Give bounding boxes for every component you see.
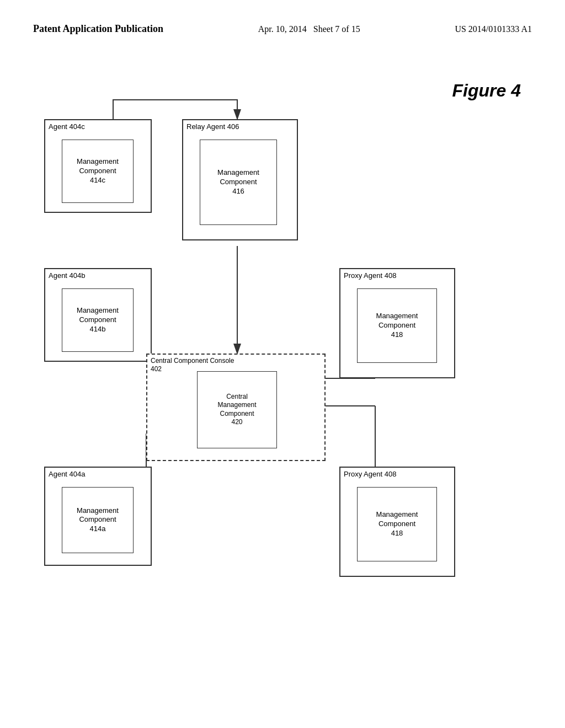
agent-404a-mgmt-label: ManagementComponent414a xyxy=(77,506,119,534)
proxy-agent-408-bottom-mgmt-label: ManagementComponent418 xyxy=(376,510,418,538)
header-center: Apr. 10, 2014 Sheet 7 of 15 xyxy=(258,22,360,36)
agent-404a-box: Agent 404a ManagementComponent414a xyxy=(44,467,152,566)
central-mgmt-label: CentralManagementComponent420 xyxy=(217,392,256,426)
agent-404b-inner-box: ManagementComponent414b xyxy=(62,288,134,352)
agent-404b-label: Agent 404b xyxy=(49,271,86,281)
proxy-agent-408-top-label: Proxy Agent 408 xyxy=(344,271,396,281)
relay-agent-406-label: Relay Agent 406 xyxy=(186,122,239,132)
agent-404b-mgmt-label: ManagementComponent414b xyxy=(77,306,119,334)
figure-label: Figure 4 xyxy=(452,81,521,101)
agent-404c-box: Agent 404c ManagementComponent414c xyxy=(44,119,152,213)
relay-agent-406-box: Relay Agent 406 ManagementComponent416 xyxy=(182,119,298,240)
agent-404a-label: Agent 404a xyxy=(49,470,86,479)
publication-title: Patent Application Publication xyxy=(33,22,163,36)
agent-404a-inner-box: ManagementComponent414a xyxy=(62,487,134,553)
proxy-agent-408-top-mgmt-label: ManagementComponent418 xyxy=(376,312,418,340)
central-mgmt-inner-box: CentralManagementComponent420 xyxy=(197,371,277,448)
patent-number: US 2014/0101333 A1 xyxy=(455,22,532,36)
relay-agent-406-inner-box: ManagementComponent416 xyxy=(200,140,277,225)
proxy-agent-408-bottom-inner-box: ManagementComponent418 xyxy=(357,487,437,561)
relay-agent-406-mgmt-label: ManagementComponent416 xyxy=(217,168,259,196)
proxy-agent-408-bottom-box: Proxy Agent 408 ManagementComponent418 xyxy=(339,467,455,577)
proxy-agent-408-top-inner-box: ManagementComponent418 xyxy=(357,288,437,363)
proxy-agent-408-top-box: Proxy Agent 408 ManagementComponent418 xyxy=(339,268,455,378)
central-console-box: Central Component Console402 CentralMana… xyxy=(146,354,326,461)
agent-404c-inner-box: ManagementComponent414c xyxy=(62,140,134,203)
proxy-agent-408-bottom-label: Proxy Agent 408 xyxy=(344,470,396,479)
agent-404c-mgmt-label: ManagementComponent414c xyxy=(77,157,119,185)
date-sheet: Apr. 10, 2014 Sheet 7 of 15 xyxy=(258,24,360,34)
diagram-area: Figure 4 xyxy=(0,47,565,676)
agent-404c-label: Agent 404c xyxy=(49,122,85,132)
agent-404b-box: Agent 404b ManagementComponent414b xyxy=(44,268,152,362)
page-header: Patent Application Publication Apr. 10, … xyxy=(0,0,565,36)
